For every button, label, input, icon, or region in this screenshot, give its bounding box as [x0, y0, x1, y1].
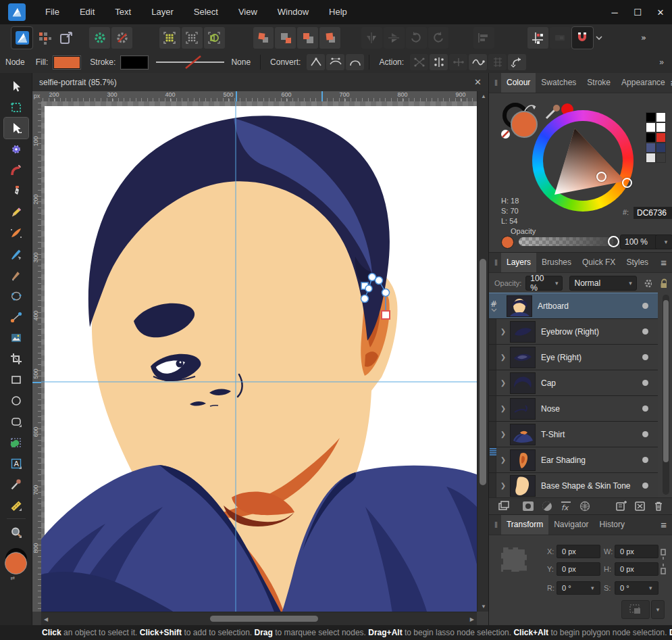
- menu-text[interactable]: Text: [105, 0, 141, 24]
- mesh-warp-tool[interactable]: [4, 285, 28, 306]
- expand-chevron-icon[interactable]: ❯: [496, 430, 510, 438]
- tab-appearance[interactable]: Appearance: [616, 73, 671, 93]
- stroke-width-widget[interactable]: [155, 55, 226, 69]
- layer-name[interactable]: Eyebrow (Right): [541, 327, 642, 337]
- add-layer-icon[interactable]: [615, 501, 627, 512]
- action-reverse-button[interactable]: [508, 54, 526, 70]
- x-input[interactable]: 0 px: [557, 545, 600, 558]
- convert-sharp-button[interactable]: [307, 54, 325, 70]
- tab-brushes[interactable]: Brushes: [536, 253, 577, 272]
- convert-smart-button[interactable]: [346, 54, 364, 70]
- menu-help[interactable]: Help: [319, 0, 357, 24]
- tab-navigator[interactable]: Navigator: [548, 515, 594, 535]
- measure-tool[interactable]: [4, 495, 28, 516]
- pixel-persona-button[interactable]: [34, 27, 55, 49]
- vertical-scroll-thumb[interactable]: [480, 259, 486, 485]
- order-back-button[interactable]: [319, 27, 340, 49]
- horizontal-scrollbar[interactable]: ◀ ▶: [41, 612, 477, 625]
- add-pixel-layer-icon[interactable]: [634, 501, 646, 512]
- opacity-chevron[interactable]: ▾: [655, 235, 672, 249]
- vector-brush-tool[interactable]: [4, 222, 28, 243]
- layer-visibility-toggle[interactable]: [642, 380, 648, 386]
- scroll-up-arrow[interactable]: ▲: [481, 93, 486, 99]
- paint-brush-tool[interactable]: [4, 243, 28, 264]
- tab-swatches[interactable]: Swatches: [536, 73, 581, 93]
- zoom-tool[interactable]: [4, 522, 28, 543]
- gradient-tool[interactable]: [4, 306, 28, 327]
- node-handle[interactable]: [376, 277, 383, 285]
- fx-icon[interactable]: fx: [560, 501, 572, 512]
- stroke-swatch[interactable]: [121, 56, 148, 69]
- shape-builder-tool[interactable]: [4, 432, 28, 453]
- blend-ranges-icon[interactable]: [579, 501, 591, 512]
- tab-quick-fx[interactable]: Quick FX: [577, 253, 621, 272]
- link-dimensions-icon[interactable]: [659, 547, 667, 576]
- node-tool[interactable]: [4, 118, 28, 139]
- overflow-button[interactable]: »: [635, 27, 656, 49]
- layer-visibility-toggle[interactable]: [642, 483, 648, 489]
- layer-row[interactable]: ❯Eyebrow (Right): [489, 319, 658, 345]
- layers-scrollbar[interactable]: [663, 295, 669, 495]
- action-close-button[interactable]: [430, 54, 448, 70]
- hue-marker[interactable]: [622, 178, 632, 188]
- scroll-down-arrow[interactable]: ▼: [481, 604, 486, 610]
- saturation-triangle[interactable]: [543, 121, 623, 201]
- action-smooth-button[interactable]: [469, 54, 487, 70]
- corner-tool[interactable]: [4, 159, 28, 180]
- scroll-right-arrow[interactable]: ▶: [470, 616, 474, 622]
- layer-thumbnail[interactable]: [510, 321, 536, 343]
- layer-row[interactable]: ❯Eye (Right): [489, 345, 658, 370]
- node-handle[interactable]: [382, 289, 390, 297]
- order-front-button[interactable]: [253, 27, 274, 49]
- scroll-left-arrow[interactable]: ◀: [44, 616, 48, 622]
- chevron-down-button[interactable]: [594, 27, 604, 49]
- mini-swatch[interactable]: [646, 112, 656, 122]
- layer-name[interactable]: T-Shirt: [541, 430, 642, 439]
- tab-styles[interactable]: Styles: [621, 253, 654, 272]
- mask-layer-icon[interactable]: [522, 501, 534, 512]
- layer-name[interactable]: Artboard: [538, 301, 642, 311]
- order-forward-button[interactable]: [275, 27, 296, 49]
- horizontal-ruler[interactable]: 200300400500600700800900: [41, 91, 477, 101]
- mini-swatch[interactable]: [646, 143, 656, 153]
- expand-chevron-icon[interactable]: ❯: [496, 353, 510, 361]
- lock-icon[interactable]: [660, 278, 667, 289]
- maximize-button[interactable]: ☐: [626, 0, 649, 24]
- fill-circle[interactable]: [511, 111, 538, 138]
- mini-swatch[interactable]: [656, 112, 666, 122]
- menu-window[interactable]: Window: [267, 0, 319, 24]
- transform-origin-button[interactable]: [621, 600, 650, 619]
- layer-thumbnail[interactable]: [510, 449, 536, 471]
- tab-transform[interactable]: Transform: [501, 515, 548, 535]
- tab-stroke[interactable]: Stroke: [581, 73, 616, 93]
- node-handle[interactable]: [365, 285, 372, 292]
- mini-swatch[interactable]: [646, 153, 656, 163]
- saturation-marker[interactable]: [596, 172, 606, 182]
- layer-thumbnail[interactable]: [510, 424, 536, 445]
- vertical-ruler[interactable]: 100200300400500600700800: [32, 101, 41, 612]
- point-transform-tool[interactable]: [4, 139, 28, 159]
- gear-green-button[interactable]: [89, 27, 110, 49]
- panel-menu-icon[interactable]: ≡: [661, 257, 667, 268]
- gear-red-button[interactable]: [111, 27, 132, 49]
- colour-picker-tool[interactable]: [4, 474, 28, 495]
- designer-persona-button[interactable]: [11, 27, 32, 49]
- app-logo-icon[interactable]: [8, 3, 26, 21]
- stroke-style-value[interactable]: None: [231, 57, 251, 67]
- snap-grid-button[interactable]: [527, 27, 548, 49]
- tab-colour[interactable]: Colour: [501, 73, 536, 93]
- layer-name[interactable]: Eye (Right): [541, 353, 642, 362]
- close-button[interactable]: ✕: [649, 0, 672, 24]
- menu-select[interactable]: Select: [184, 0, 228, 24]
- tab-layers[interactable]: Layers: [501, 253, 536, 272]
- node-handle[interactable]: [369, 274, 376, 281]
- layer-settings-gear-icon[interactable]: [644, 278, 652, 289]
- convert-smooth-button[interactable]: [326, 54, 344, 70]
- mini-swatch[interactable]: [646, 122, 656, 132]
- layer-visibility-toggle[interactable]: [642, 457, 648, 463]
- pen-tool[interactable]: [4, 180, 28, 201]
- active-fill-colour[interactable]: [5, 552, 27, 574]
- adjustment-icon[interactable]: [541, 501, 553, 512]
- layer-visibility-toggle[interactable]: [642, 431, 648, 437]
- crop-tool[interactable]: [4, 348, 28, 369]
